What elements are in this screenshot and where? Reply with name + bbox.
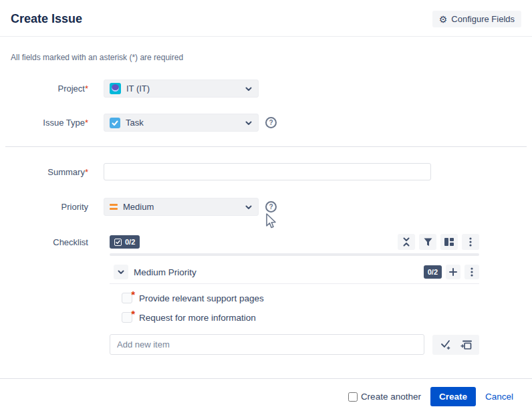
- checklist-group-header: Medium Priority 0/2: [110, 265, 479, 284]
- section-divider: [5, 146, 527, 147]
- create-another-checkbox[interactable]: [348, 392, 358, 402]
- cancel-link[interactable]: Cancel: [485, 392, 513, 402]
- required-asterisk: *: [131, 308, 135, 319]
- required-asterisk: *: [85, 84, 88, 94]
- check-plus-icon: [440, 339, 451, 350]
- gear-icon: ⚙: [439, 15, 448, 24]
- create-issue-dialog: Create Issue ⚙ Configure Fields All fiel…: [0, 0, 532, 417]
- checklist-toolbar: [398, 234, 479, 250]
- board-icon: [444, 238, 454, 246]
- filter-button[interactable]: [419, 234, 436, 250]
- priority-value: Medium: [123, 202, 239, 212]
- plus-icon: [449, 268, 457, 276]
- task-type-icon: [110, 118, 120, 128]
- kebab-icon: [471, 267, 473, 277]
- add-item-actions: [432, 335, 479, 355]
- board-view-button[interactable]: [440, 234, 458, 250]
- required-asterisk: *: [131, 289, 135, 300]
- required-asterisk: *: [85, 167, 88, 177]
- priority-label: Priority: [11, 202, 104, 212]
- project-avatar-icon: [110, 83, 121, 94]
- priority-row: Priority Medium ?: [11, 198, 521, 216]
- checklist-menu-button[interactable]: [462, 234, 479, 250]
- issue-type-row: Issue Type* Task ?: [11, 114, 521, 132]
- item-text[interactable]: Request for more information: [139, 313, 256, 323]
- issue-type-help-icon[interactable]: ?: [265, 117, 277, 128]
- summary-label: Summary*: [11, 167, 104, 177]
- item-checkbox[interactable]: *: [122, 312, 132, 323]
- chevron-down-icon: [245, 85, 253, 93]
- summary-row: Summary*: [11, 163, 521, 180]
- dialog-footer: Create another Create Cancel: [0, 378, 532, 417]
- group-name: Medium Priority: [134, 267, 196, 277]
- project-select[interactable]: IT (IT): [104, 80, 259, 98]
- dialog-header: Create Issue ⚙ Configure Fields: [0, 0, 532, 37]
- collapse-icon: [402, 237, 410, 247]
- group-progress-badge: 0/2: [424, 265, 442, 279]
- priority-select[interactable]: Medium: [104, 198, 259, 216]
- checklist-row: Checklist 0/2: [11, 234, 521, 355]
- project-row: Project* IT (IT): [11, 80, 521, 98]
- collapse-all-button[interactable]: [398, 234, 415, 250]
- checklist-progress-badge: 0/2: [110, 235, 140, 249]
- group-menu-button[interactable]: [464, 265, 479, 279]
- checkbox-check-icon: [114, 239, 122, 246]
- project-label: Project*: [11, 84, 104, 94]
- kebab-icon: [469, 237, 472, 247]
- issue-type-value: Task: [126, 118, 239, 128]
- configure-fields-label: Configure Fields: [451, 14, 515, 24]
- add-item-input[interactable]: [110, 334, 424, 355]
- group-collapse-button[interactable]: [114, 265, 128, 279]
- checklist-item: * Request for more information: [122, 312, 479, 323]
- project-value: IT (IT): [126, 84, 239, 94]
- chevron-down-icon: [117, 268, 125, 276]
- checklist-header: 0/2: [110, 234, 479, 250]
- checklist-scrollbar[interactable]: [110, 253, 479, 256]
- checklist-label: Checklist: [11, 234, 104, 247]
- create-button[interactable]: Create: [430, 387, 476, 406]
- issue-type-label: Issue Type*: [11, 118, 104, 128]
- create-another-option[interactable]: Create another: [348, 392, 421, 402]
- item-text[interactable]: Provide relevant support pages: [139, 293, 264, 303]
- summary-input[interactable]: [104, 163, 431, 180]
- filter-icon: [424, 238, 432, 247]
- save-to-bank-button[interactable]: [457, 336, 475, 354]
- chevron-down-icon: [245, 203, 253, 211]
- priority-medium-icon: [110, 204, 118, 210]
- issue-type-select[interactable]: Task: [104, 114, 259, 132]
- add-item-row: [110, 334, 479, 355]
- item-checkbox[interactable]: *: [122, 293, 132, 303]
- chevron-down-icon: [245, 119, 253, 127]
- group-add-button[interactable]: [446, 265, 460, 279]
- checklist-panel: 0/2: [104, 234, 479, 355]
- import-icon: [460, 340, 472, 350]
- create-another-label: Create another: [361, 392, 421, 402]
- required-fields-note: All fields marked with an asterisk (*) a…: [11, 53, 521, 62]
- add-check-item-button[interactable]: [437, 336, 454, 354]
- priority-help-icon[interactable]: ?: [265, 201, 277, 213]
- checklist-item: * Provide relevant support pages: [122, 293, 479, 303]
- required-asterisk: *: [85, 118, 88, 128]
- group-toolbar: 0/2: [424, 265, 479, 279]
- page-title: Create Issue: [11, 12, 82, 26]
- configure-fields-button[interactable]: ⚙ Configure Fields: [432, 11, 521, 27]
